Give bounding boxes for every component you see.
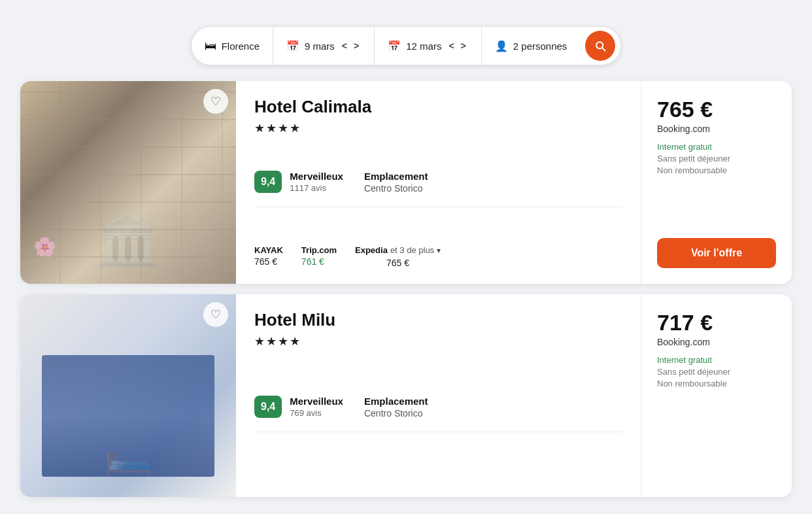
- hotel-header: Hotel Calimala ★★★★: [254, 97, 622, 148]
- location-title-milu: Emplacement: [364, 396, 428, 407]
- hotel-image-wrapper-milu: ♡: [20, 294, 236, 497]
- price-main-milu: 717 €: [657, 310, 776, 335]
- hotel-image-milu: [20, 294, 236, 497]
- price-features-milu: Internet gratuit Sans petit déjeuner Non…: [657, 355, 776, 388]
- location-block-milu: Emplacement Centro Storico: [364, 396, 428, 419]
- price-features: Internet gratuit Sans petit déjeuner Non…: [657, 142, 776, 175]
- checkin-calendar-icon: 📅: [286, 40, 299, 52]
- search-icon: [594, 39, 607, 52]
- price-feature-breakfast-milu: Sans petit déjeuner: [657, 367, 776, 377]
- price-feature-breakfast: Sans petit déjeuner: [657, 154, 776, 163]
- checkout-prev-arrow[interactable]: <: [447, 39, 456, 52]
- person-icon: 👤: [495, 40, 508, 52]
- hotel-card: 🌸 ♡ Hotel Calimala ★★★★ 9,4 Merveilleux …: [20, 81, 792, 284]
- checkin-nav: < >: [340, 39, 361, 52]
- checkin-prev-arrow[interactable]: <: [340, 39, 349, 52]
- price-provider: Booking.com: [657, 124, 776, 134]
- source-extra-expedia: et 3 de plus: [390, 245, 434, 255]
- hotel-price-panel-milu: 717 € Booking.com Internet gratuit Sans …: [641, 294, 792, 497]
- price-source-kayak[interactable]: KAYAK 765 €: [254, 245, 283, 267]
- source-name-trip: Trip.com: [301, 245, 337, 255]
- hotels-list: 🌸 ♡ Hotel Calimala ★★★★ 9,4 Merveilleux …: [20, 81, 792, 497]
- location-value: Centro Storico: [364, 183, 428, 194]
- rating-count-milu: 769 avis: [290, 408, 343, 418]
- hotel-name: Hotel Calimala: [254, 97, 622, 117]
- rating-block-milu: 9,4 Merveilleux 769 avis: [254, 396, 343, 418]
- price-source-trip[interactable]: Trip.com 761 €: [301, 245, 337, 267]
- source-amount-trip: 761 €: [301, 256, 337, 267]
- hotel-name-milu: Hotel Milu: [254, 310, 622, 330]
- rating-details: Merveilleux 1117 avis: [290, 171, 343, 193]
- hotel-info-milu: Hotel Milu ★★★★ 9,4 Merveilleux 769 avis…: [236, 294, 641, 497]
- favorite-button[interactable]: ♡: [203, 89, 228, 114]
- hotel-card-milu: ♡ Hotel Milu ★★★★ 9,4 Merveilleux 769 av…: [20, 294, 792, 497]
- rating-block: 9,4 Merveilleux 1117 avis: [254, 171, 343, 193]
- guests-segment[interactable]: 👤 2 personnes: [482, 27, 581, 65]
- checkin-segment[interactable]: 📅 9 mars < >: [273, 27, 375, 65]
- chevron-down-icon: ▾: [437, 246, 441, 255]
- checkout-next-arrow[interactable]: >: [459, 39, 468, 52]
- price-sources: KAYAK 765 € Trip.com 761 € Expedia et 3 …: [254, 245, 622, 268]
- rating-badge: 9,4: [254, 171, 282, 193]
- rating-location-block: 9,4 Merveilleux 1117 avis Emplacement Ce…: [254, 171, 622, 207]
- price-feature-wifi-milu: Internet gratuit: [657, 355, 776, 365]
- source-amount-kayak: 765 €: [254, 256, 283, 267]
- hotel-price-panel-calimala: 765 € Booking.com Internet gratuit Sans …: [641, 81, 792, 284]
- checkin-value: 9 mars: [305, 41, 335, 52]
- source-name-kayak: KAYAK: [254, 245, 283, 255]
- location-title: Emplacement: [364, 171, 428, 182]
- heart-icon: ♡: [211, 94, 221, 109]
- rating-count: 1117 avis: [290, 183, 343, 193]
- hotel-stars-milu: ★★★★: [254, 334, 622, 349]
- checkout-value: 12 mars: [406, 41, 441, 52]
- hotel-info-calimala: Hotel Calimala ★★★★ 9,4 Merveilleux 1117…: [236, 81, 641, 284]
- checkout-nav: < >: [447, 39, 467, 52]
- hotel-stars: ★★★★: [254, 121, 622, 135]
- price-feature-wifi: Internet gratuit: [657, 142, 776, 152]
- hotel-image-decoration: 🌸: [33, 236, 56, 258]
- price-feature-refund-milu: Non remboursable: [657, 379, 776, 388]
- hotel-header-milu: Hotel Milu ★★★★: [254, 310, 622, 362]
- price-info-milu: 717 € Booking.com Internet gratuit Sans …: [657, 310, 776, 402]
- guests-value: 2 personnes: [513, 41, 567, 52]
- hotel-image-wrapper: 🌸 ♡: [20, 81, 236, 284]
- price-info: 765 € Booking.com Internet gratuit Sans …: [657, 97, 776, 188]
- hotel-image-calimala: 🌸: [20, 81, 236, 284]
- rating-label-milu: Merveilleux: [290, 396, 343, 407]
- search-bar-container: 🛏 Florence 📅 9 mars < > 📅 12 mars < > 👤 …: [13, 13, 799, 65]
- checkin-next-arrow[interactable]: >: [352, 39, 361, 52]
- rating-label: Merveilleux: [290, 171, 343, 182]
- rating-badge-milu: 9,4: [254, 396, 282, 418]
- source-name-expedia: Expedia: [355, 245, 388, 255]
- search-bar: 🛏 Florence 📅 9 mars < > 📅 12 mars < > 👤 …: [191, 26, 622, 65]
- rating-location-block-milu: 9,4 Merveilleux 769 avis Emplacement Cen…: [254, 396, 622, 432]
- checkout-segment[interactable]: 📅 12 mars < >: [375, 27, 482, 65]
- heart-icon: ♡: [211, 307, 221, 322]
- location-block: Emplacement Centro Storico: [364, 171, 428, 194]
- destination-segment[interactable]: 🛏 Florence: [192, 27, 273, 65]
- price-provider-milu: Booking.com: [657, 337, 776, 347]
- search-button[interactable]: [585, 31, 615, 61]
- destination-value: Florence: [222, 41, 260, 52]
- favorite-button-milu[interactable]: ♡: [203, 302, 228, 327]
- price-feature-refund: Non remboursable: [657, 165, 776, 175]
- rating-details-milu: Merveilleux 769 avis: [290, 396, 343, 418]
- location-value-milu: Centro Storico: [364, 408, 428, 419]
- voir-offre-button-calimala[interactable]: Voir l'offre: [657, 238, 776, 268]
- checkout-calendar-icon: 📅: [388, 40, 401, 52]
- source-amount-expedia: 765 €: [386, 258, 409, 268]
- bed-icon: 🛏: [205, 39, 216, 53]
- price-main: 765 €: [657, 97, 776, 122]
- price-source-expedia[interactable]: Expedia et 3 de plus ▾ 765 €: [355, 245, 441, 268]
- expedia-header: Expedia et 3 de plus ▾: [355, 245, 441, 255]
